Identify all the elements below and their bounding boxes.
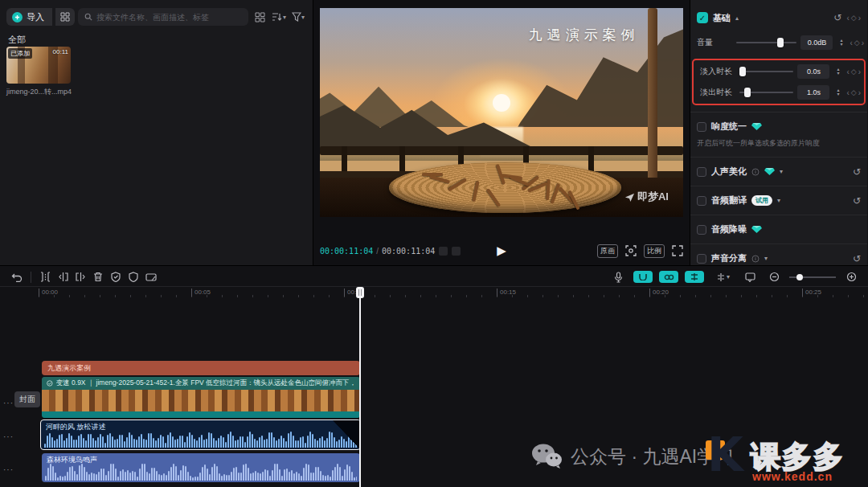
fullscreen-icon[interactable] (672, 245, 683, 256)
wechat-icon (530, 442, 563, 471)
playhead-handle[interactable] (356, 287, 364, 298)
track-menu-icon[interactable]: ··· (3, 432, 14, 441)
link-toggle-icon[interactable] (659, 271, 678, 283)
sound-separate-checkbox[interactable] (697, 254, 706, 264)
video-clip-label: 变速 0.9X ｜ jimeng-2025-05-21-452-1.全景 FPV… (56, 379, 355, 388)
denoise-checkbox[interactable] (697, 225, 706, 235)
media-thumbnail: 已添加 00:11 (6, 47, 71, 84)
volume-slider[interactable] (736, 38, 796, 47)
chevron-down-icon[interactable]: ▾ (777, 197, 780, 204)
chevron-down-icon[interactable]: ▾ (780, 168, 783, 175)
focus-preview-icon[interactable] (625, 245, 637, 256)
video-clip[interactable]: 变速 0.9X ｜ jimeng-2025-05-21-452-1.全景 FPV… (42, 377, 360, 418)
clip-status-icon (47, 379, 53, 387)
fade-in-slider[interactable] (739, 67, 793, 76)
timeline-zoom-slider[interactable] (789, 273, 836, 281)
fade-in-value[interactable]: 0.0s (797, 64, 829, 79)
reset-icon[interactable]: ↺ (853, 253, 861, 264)
preview-axis-toggle-icon[interactable] (685, 271, 704, 283)
delete-right-icon[interactable] (72, 269, 89, 285)
keyframe-prev-icon[interactable]: ‹ (850, 39, 852, 47)
keyframe-next-icon[interactable]: › (858, 88, 861, 97)
filter-icon[interactable]: ▾ (290, 9, 306, 25)
timeline-ruler[interactable]: 00:0000:0500:1000:1500:2000:25 (0, 287, 868, 300)
keyframe-next-icon[interactable]: › (858, 68, 861, 76)
collapse-icon[interactable]: ▴ (735, 14, 739, 22)
zoom-out-icon[interactable] (765, 269, 783, 285)
view-grid-icon[interactable] (252, 9, 268, 25)
magnet-toggle-icon[interactable] (633, 271, 653, 283)
original-quality-button[interactable]: 原画 (597, 244, 618, 258)
cover-button[interactable]: 封面 (14, 391, 40, 407)
fade-out-value[interactable]: 1.0s (797, 85, 829, 100)
video-title-overlay: 九遇演示案例 (529, 26, 640, 44)
freeze-frame-icon[interactable] (107, 269, 125, 285)
text-clip[interactable]: 九遇演示案例 (42, 361, 360, 375)
import-button[interactable]: 导入 (6, 8, 52, 26)
keyframe-prev-icon[interactable]: ‹ (846, 14, 849, 23)
video-viewport: 九遇演示案例 即梦AI (320, 8, 683, 217)
track-menu-icon[interactable]: ··· (3, 399, 14, 407)
media-filter-all[interactable]: 全部 (8, 34, 26, 46)
chevron-down-icon: ▾ (283, 14, 286, 21)
audio-waveform (44, 429, 357, 448)
audio-translate-checkbox[interactable] (697, 196, 706, 206)
search-input[interactable] (96, 13, 242, 22)
delete-icon[interactable] (89, 269, 107, 285)
zoom-in-icon[interactable] (842, 269, 860, 285)
audio-clip[interactable]: 森林环境鸟鸣声 (42, 453, 360, 482)
import-label: 导入 (27, 11, 44, 23)
basic-section-checkbox[interactable]: ✓ (697, 12, 708, 23)
vip-icon (751, 122, 762, 131)
reset-icon[interactable]: ↺ (853, 166, 861, 178)
search-box[interactable] (78, 8, 248, 26)
grid-icon (60, 12, 70, 22)
delete-left-icon[interactable] (54, 269, 72, 285)
marker-icon[interactable] (741, 269, 759, 285)
chevron-down-icon[interactable]: ▾ (764, 255, 768, 262)
keyframe-diamond-icon[interactable]: ◇ (854, 39, 860, 47)
stepper-icon[interactable]: ▴▾ (833, 68, 842, 76)
loudness-checkbox[interactable] (697, 122, 706, 132)
stepper-icon[interactable]: ▴▾ (833, 88, 842, 96)
split-icon[interactable] (36, 269, 54, 285)
timeline-toolbar: ▾ (0, 268, 868, 287)
keyframe-next-icon[interactable]: › (858, 14, 861, 23)
media-filename: jimeng-20...转...mp4 (6, 87, 71, 97)
ratio-button[interactable]: 比例 (644, 244, 665, 258)
record-audio-icon[interactable] (609, 269, 627, 285)
dimmed-icon-button[interactable] (439, 247, 448, 256)
voice-beautify-checkbox[interactable] (697, 167, 706, 177)
keyframe-diamond-icon[interactable]: ◇ (851, 14, 857, 22)
dimmed-icon-button[interactable] (452, 247, 461, 256)
keyframe-diamond-icon[interactable]: ◇ (851, 88, 857, 96)
play-button[interactable]: ▶ (497, 244, 506, 258)
preview-controls-bar: 00:00:11:04 / 00:00:11:04 ▶ 原画 比例 (320, 241, 683, 260)
undo-icon[interactable] (8, 269, 26, 285)
keyframe-next-icon[interactable]: › (862, 39, 864, 47)
fade-out-slider[interactable] (739, 88, 793, 97)
beat-mark-icon[interactable]: ▾ (710, 269, 735, 285)
track-menu-icon[interactable]: ··· (3, 465, 14, 474)
keyframe-prev-icon[interactable]: ‹ (846, 68, 849, 76)
crop-icon[interactable] (142, 269, 160, 285)
audio-clip-selected[interactable]: 河畔的风 放松讲述 (40, 419, 361, 450)
import-icon (12, 12, 23, 23)
sort-icon[interactable]: ▾ (271, 9, 287, 25)
fade-in-label: 淡入时长 (700, 66, 735, 77)
keyframe-diamond-icon[interactable]: ◇ (851, 68, 857, 76)
reset-icon[interactable]: ↺ (853, 195, 861, 207)
audio-settings-panel: ✓ 基础 ▴ ↺ ‹◇› 音量 0.0dB ▴▾ ‹◇› 淡入时长 0.0s (690, 0, 867, 265)
volume-value[interactable]: 0.0dB (800, 35, 833, 50)
chevron-down-icon: ▾ (301, 14, 305, 21)
library-grid-button[interactable] (55, 8, 75, 26)
mask-icon[interactable] (125, 269, 142, 285)
scene-bamboo-tray (389, 162, 621, 212)
stepper-icon[interactable]: ▴▾ (837, 39, 845, 47)
reset-icon[interactable]: ↺ (833, 12, 841, 23)
keyframe-prev-icon[interactable]: ‹ (846, 88, 849, 97)
playhead[interactable] (359, 287, 361, 487)
media-item[interactable]: 已添加 00:11 jimeng-20...转...mp4 (6, 47, 71, 97)
voice-beautify-section: 人声美化 ▾ ↺ (690, 158, 867, 186)
sound-separate-label: 声音分离 (711, 252, 747, 264)
